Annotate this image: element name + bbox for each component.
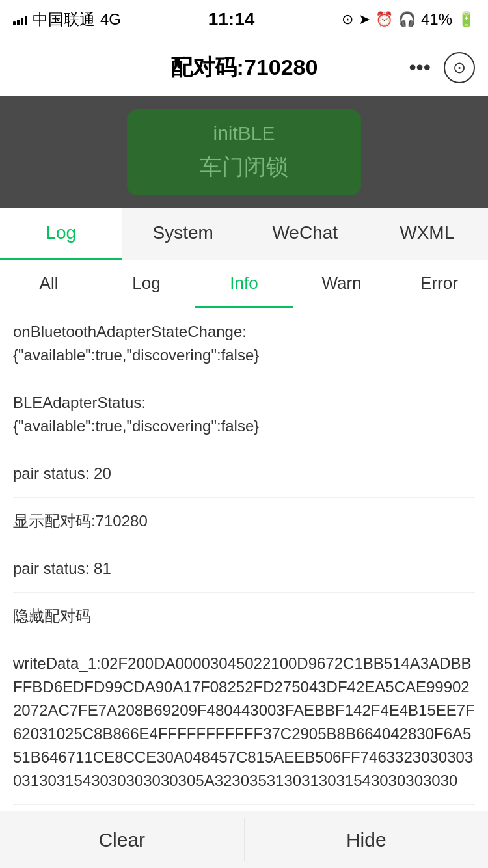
log-entry-3: pair status: 20 <box>13 450 475 498</box>
tab-wechat[interactable]: WeChat <box>244 208 366 260</box>
hide-button[interactable]: Hide <box>245 811 489 868</box>
battery-icon: 🔋 <box>457 11 475 28</box>
more-button[interactable]: ••• <box>409 55 431 79</box>
filter-warn[interactable]: Warn <box>293 260 390 308</box>
status-bar: 中国联通 4G 11:14 ⊙ ➤ ⏰ 🎧 41% 🔋 <box>0 0 488 39</box>
page-title: 配对码:710280 <box>170 53 318 83</box>
log-entry-1: onBluetoothAdapterStateChange:{"availabl… <box>13 308 475 379</box>
title-actions: ••• ⊙ <box>409 52 475 83</box>
navigation-icon: ➤ <box>359 11 370 28</box>
status-time: 11:14 <box>208 9 255 30</box>
device-area: initBLE 车门闭锁 <box>0 96 488 208</box>
record-button[interactable]: ⊙ <box>444 52 475 83</box>
log-content: onBluetoothAdapterStateChange:{"availabl… <box>0 308 488 868</box>
log-entry-5: pair status: 81 <box>13 545 475 593</box>
carrier-label: 中国联通 <box>33 9 95 30</box>
status-right: ⊙ ➤ ⏰ 🎧 41% 🔋 <box>342 10 475 29</box>
tab-system[interactable]: System <box>122 208 245 260</box>
tabs-row2: All Log Info Warn Error <box>0 260 488 308</box>
filter-all[interactable]: All <box>0 260 98 308</box>
clear-button[interactable]: Clear <box>0 811 244 868</box>
log-entry-6: 隐藏配对码 <box>13 593 475 640</box>
log-entry-7: writeData_1:02F200DA00003045022100D9672C… <box>13 640 475 805</box>
filter-info[interactable]: Info <box>195 260 293 308</box>
filter-log[interactable]: Log <box>98 260 195 308</box>
location-icon: ⊙ <box>342 11 353 28</box>
battery-label: 41% <box>421 10 452 29</box>
tab-log[interactable]: Log <box>0 208 122 260</box>
headphone-icon: 🎧 <box>398 11 416 28</box>
status-left: 中国联通 4G <box>13 9 121 30</box>
log-entry-2: BLEAdapterStatus:{"available":true,"disc… <box>13 379 475 450</box>
network-label: 4G <box>100 10 121 29</box>
title-bar: 配对码:710280 ••• ⊙ <box>0 39 488 96</box>
tab-wxml[interactable]: WXML <box>366 208 489 260</box>
bottom-bar: Clear Hide <box>0 811 488 868</box>
device-name: 车门闭锁 <box>146 152 342 182</box>
device-button[interactable]: initBLE 车门闭锁 <box>127 109 361 195</box>
signal-icon <box>13 14 27 25</box>
init-label: initBLE <box>146 122 342 144</box>
alarm-icon: ⏰ <box>375 11 393 28</box>
log-entry-4: 显示配对码:710280 <box>13 498 475 545</box>
tabs-row1: Log System WeChat WXML <box>0 208 488 260</box>
filter-error[interactable]: Error <box>390 260 488 308</box>
